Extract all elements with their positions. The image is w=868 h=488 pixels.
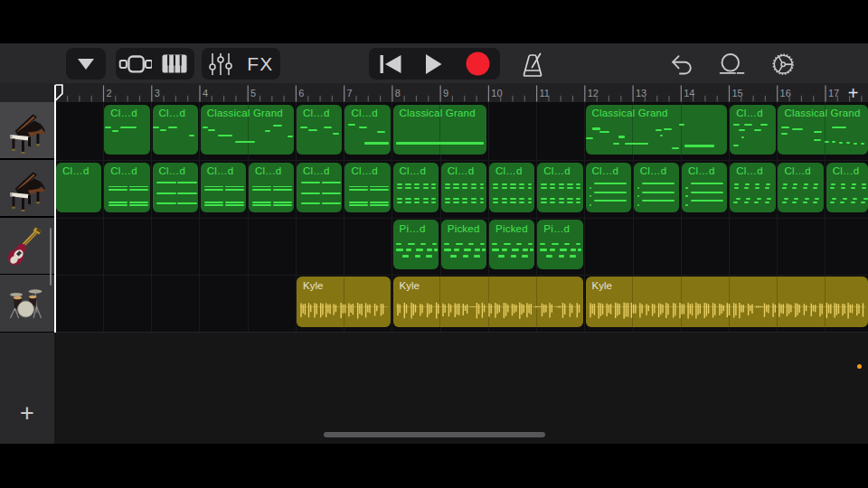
svg-text:4: 4 bbox=[203, 88, 208, 99]
svg-text:3: 3 bbox=[155, 88, 160, 99]
svg-text:8: 8 bbox=[395, 88, 401, 99]
svg-text:5: 5 bbox=[250, 88, 256, 99]
svg-text:6: 6 bbox=[298, 88, 304, 99]
svg-text:9: 9 bbox=[443, 88, 448, 99]
svg-text:2: 2 bbox=[106, 88, 111, 99]
svg-text:11: 11 bbox=[540, 88, 550, 99]
svg-text:7: 7 bbox=[347, 88, 353, 99]
